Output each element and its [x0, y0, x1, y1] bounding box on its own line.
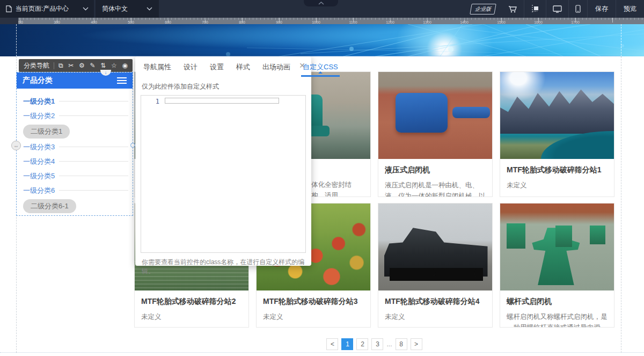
category-nav-widget[interactable]: 产品分类 一级分类1一级分类2二级分类1一级分类3一级分类4一级分类5一级分类6… [16, 72, 133, 216]
close-icon[interactable]: ✕ [299, 62, 305, 69]
pagination-button-2[interactable]: 2 [356, 338, 368, 350]
widget-toolbar: 分类导航 ⧉✂⚙✎⇅☆◉ [19, 59, 133, 72]
css-code-editor[interactable]: 1 [141, 95, 306, 253]
chevron-up-icon [318, 2, 324, 5]
product-title: MTF轮胎式移动破碎筛分站1 [507, 165, 608, 175]
menu-icon[interactable] [117, 76, 127, 85]
divider [59, 147, 128, 147]
desktop-view-icon[interactable] [546, 0, 568, 18]
divider [54, 62, 54, 69]
section-selection-line [16, 56, 621, 56]
ruler-label: 1500 [497, 20, 506, 24]
ruler-label: 600 [165, 20, 171, 24]
code-input-line[interactable] [165, 98, 279, 104]
ruler-label: 1000 [312, 20, 320, 24]
product-info: MTF轮胎式移动破碎筛分站2未定义 [135, 290, 248, 327]
product-card[interactable]: 螺杆式启闭机螺杆启闭机又称螺杆式启闭机，是一种用螺纹杆直接或通过导向滑块、连杆与… [500, 203, 614, 328]
widget-settings-dialog: 导航属性设计设置样式出场动画自定义CSS ✕ 仅为此控件添加自定义样式 1 你需… [135, 56, 311, 266]
product-card[interactable]: MTF轮胎式移动破碎筛分站1未定义 [500, 71, 614, 197]
pagination-button-1[interactable]: 1 [341, 338, 353, 350]
edit-icon[interactable]: ✎ [90, 62, 96, 69]
move-icon[interactable]: ⇅ [100, 62, 106, 69]
dialog-subtitle: 仅为此控件添加自定义样式 [142, 82, 305, 91]
category-panel-title: 产品分类 [23, 76, 53, 85]
product-title: 螺杆式启闭机 [507, 297, 608, 307]
snap-align-icon[interactable] [524, 0, 546, 18]
dialog-tab-样式[interactable]: 样式 [235, 62, 252, 77]
product-image [500, 204, 614, 290]
category-list: 一级分类1一级分类2二级分类1一级分类3一级分类4一级分类5一级分类6二级分类6… [17, 89, 133, 217]
category-label: 一级分类5 [23, 171, 55, 181]
language-selector[interactable]: 简体中文 [96, 0, 159, 18]
favorite-icon[interactable]: ☆ [111, 62, 117, 69]
visibility-icon[interactable]: ◉ [122, 62, 128, 69]
preview-button[interactable]: 预览 [616, 0, 644, 18]
cart-icon[interactable] [502, 0, 524, 18]
dialog-tab-设计[interactable]: 设计 [182, 62, 199, 77]
ruler-label: 400 [91, 20, 97, 24]
horizontal-ruler: 2003004005006007008009001000110012001300… [0, 18, 644, 24]
category-item-二级分类1[interactable]: 二级分类1 [23, 123, 128, 140]
page-guide-right [621, 24, 621, 56]
ruler-label: 1600 [534, 20, 543, 24]
category-item-一级分类6[interactable]: 一级分类6 [23, 183, 128, 198]
category-item-一级分类3[interactable]: 一级分类3 [23, 140, 128, 154]
category-item-二级分类6-1[interactable]: 二级分类6-1 [23, 198, 128, 214]
category-item-一级分类2[interactable]: 一级分类2 [23, 108, 128, 123]
pagination-button-<[interactable]: < [326, 338, 338, 350]
pagination-button->[interactable]: > [411, 338, 422, 350]
product-title: MTF轮胎式移动破碎筛分站3 [263, 297, 364, 307]
hero-banner[interactable] [0, 24, 644, 56]
category-label: 一级分类4 [23, 157, 55, 166]
dialog-tab-导航属性[interactable]: 导航属性 [142, 62, 173, 77]
product-card[interactable]: MTF轮胎式移动破碎筛分站4未定义 [378, 203, 493, 328]
ruler-label: 300 [54, 20, 60, 24]
resize-handle-left[interactable]: ⇔ [11, 141, 21, 150]
category-label: 一级分类3 [23, 142, 55, 152]
ruler-label: 900 [276, 20, 282, 24]
pagination: <123...8> [134, 338, 614, 350]
divider [59, 161, 128, 162]
category-item-一级分类4[interactable]: 一级分类4 [23, 154, 128, 169]
product-info: MTF轮胎式移动破碎筛分站4未定义 [378, 290, 492, 327]
ruler-label: 1700 [571, 20, 580, 24]
pagination-button-3[interactable]: 3 [371, 338, 383, 350]
mobile-view-icon[interactable] [569, 0, 587, 18]
category-label: 一级分类6 [23, 186, 55, 195]
settings-icon[interactable]: ⚙ [79, 62, 85, 69]
product-card[interactable]: 液压式启闭机液压式启闭机是一种由机、电、液、仪为一体的新型启闭机械，以液压缸为主… [378, 71, 493, 197]
ruler-label: 1100 [349, 20, 357, 24]
category-label: 一级分类2 [23, 111, 55, 121]
editor-stage: 体化全密封结构，适用 蜗杆传动。液压式启闭机液压式启闭机是一种由机、电、液、仪为… [0, 0, 644, 356]
dialog-tab-自定义CSS[interactable]: 自定义CSS [301, 62, 340, 77]
ruler-label: 1300 [423, 20, 431, 24]
duplicate-icon[interactable]: ⧉ [58, 62, 63, 69]
pagination-button-8[interactable]: 8 [396, 338, 407, 350]
category-pill[interactable]: 二级分类6-1 [23, 199, 76, 213]
page-selector[interactable]: 当前页面:产品中心 [0, 0, 94, 18]
cut-icon[interactable]: ✂ [68, 62, 74, 69]
divider [59, 176, 128, 176]
product-title: MTF轮胎式移动破碎筛分站4 [385, 297, 486, 307]
edition-badge: 企业版 [470, 4, 496, 14]
topbar-actions: 企业版 保存 预览 [464, 0, 644, 18]
divider [59, 101, 128, 101]
save-button[interactable]: 保存 [588, 0, 616, 18]
dialog-tabs: 导航属性设计设置样式出场动画自定义CSS [135, 56, 311, 77]
dialog-tab-出场动画[interactable]: 出场动画 [261, 62, 292, 77]
product-title: MTF轮胎式移动破碎筛分站2 [141, 297, 242, 307]
divider [59, 190, 128, 191]
category-item-一级分类1[interactable]: 一级分类1 [23, 94, 128, 108]
code-area[interactable] [165, 96, 305, 252]
widget-toolbar-icons: ⧉✂⚙✎⇅☆◉ [58, 62, 128, 69]
resize-handle-right[interactable] [130, 143, 135, 148]
dialog-footer-hint: 你需要查看当前控件的class名称，在进行自定义样式的编辑。 [142, 258, 305, 276]
category-pill[interactable]: 二级分类1 [23, 125, 70, 139]
collapse-topbar-handle[interactable] [304, 0, 338, 6]
line-number-gutter: 1 [141, 96, 165, 252]
dialog-tab-设置[interactable]: 设置 [208, 62, 225, 77]
category-label: 一级分类1 [23, 97, 55, 106]
category-item-一级分类5[interactable]: 一级分类5 [23, 169, 128, 183]
chevron-down-icon [83, 7, 89, 11]
chevron-down-icon [147, 7, 152, 11]
